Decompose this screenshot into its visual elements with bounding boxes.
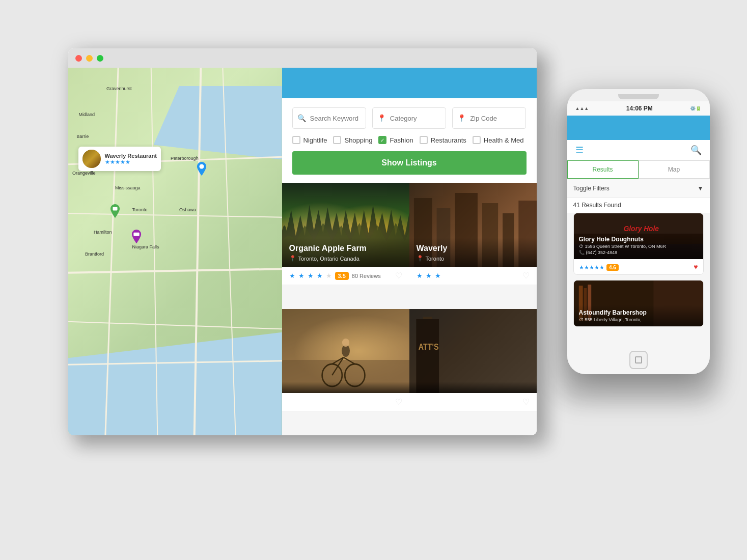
svg-rect-2 [133, 233, 139, 236]
phone-nav: ☰ 🔍 [567, 140, 710, 160]
filter-shopping[interactable]: Shopping [333, 136, 372, 144]
shopping-checkbox[interactable] [333, 136, 341, 144]
listing-card-2[interactable]: Waverly 📍 Toronto ★ ★ ★ [409, 183, 537, 309]
location-pin-icon: 📍 [289, 255, 296, 262]
tooltip-info: Waverly Restaurant ★★★★★ [105, 153, 157, 165]
star-3: ★ [308, 272, 314, 279]
filter-nightlife[interactable]: Nightlife [292, 136, 327, 144]
listing-card-3[interactable]: ♡ [282, 309, 409, 435]
review-count-1: 80 Reviews [352, 273, 381, 279]
tab-map[interactable]: Map [639, 160, 710, 179]
search-row: 🔍 📍 📍 [292, 107, 527, 129]
listing-overlay-2: Waverly 📍 Toronto [409, 238, 537, 267]
minimize-button[interactable] [86, 55, 93, 62]
show-listings-button[interactable]: Show Listings [292, 151, 527, 175]
phone-card-overlay-2: Astoundify Barbershop ⏱ 555 Liberty Vill… [574, 305, 703, 326]
road-h4 [68, 321, 282, 330]
zip-icon: 📍 [457, 114, 466, 122]
listing-footer-3: ♡ [282, 393, 409, 411]
phone-status-bar: ▲▲▲ 14:06 PM ⚙️🔋 [567, 101, 710, 116]
listing-location-1: 📍 Toronto, Ontario Canada [289, 255, 402, 262]
favorite-icon-4[interactable]: ♡ [522, 397, 530, 407]
favorite-icon-3[interactable]: ♡ [395, 397, 402, 407]
phone-location-icon-1: ⏱ [579, 244, 584, 249]
phone-rating-1: 4.6 [606, 264, 619, 271]
phone-filter-row[interactable]: Toggle Filters ▼ [567, 179, 710, 198]
phone-listing-card-2[interactable]: Astoundify Barbershop ⏱ 555 Liberty Vill… [573, 280, 704, 327]
phone-home-button[interactable] [629, 351, 648, 369]
stars-row-1: ★ ★ ★ ★ ★ 3.5 80 Reviews [289, 272, 381, 280]
listing-title-1: Organic Apple Farm [289, 244, 402, 253]
map-background: Gravenhurst Midland Barrie Orangeville T… [68, 68, 282, 435]
favorite-icon-1[interactable]: ♡ [395, 271, 402, 281]
phone-card-addr-2: ⏱ 555 Liberty Village, Toronto, [579, 317, 698, 322]
filter-health[interactable]: Health & Med [473, 136, 524, 144]
map-marker-green[interactable] [108, 204, 122, 221]
listing-card-1-img-area[interactable]: Organic Apple Farm 📍 Toronto, Ontario Ca… [282, 183, 409, 267]
filter-tags-row: Nightlife Shopping ✓ Fashion Restaur [292, 136, 527, 151]
home-button-square-icon [635, 356, 642, 363]
listing-card-2-img-area[interactable]: Waverly 📍 Toronto [409, 183, 537, 267]
phone-star-1: ★★★★★ [579, 264, 604, 270]
category-field-wrap: 📍 [372, 107, 446, 129]
star-1: ★ [289, 272, 295, 279]
phone-search-icon[interactable]: 🔍 [690, 145, 702, 156]
nightlife-label: Nightlife [303, 136, 327, 144]
star-5: ★ [326, 272, 332, 279]
tooltip-name: Waverly Restaurant [105, 153, 157, 159]
hamburger-icon[interactable]: ☰ [575, 145, 584, 156]
close-button[interactable] [75, 55, 82, 62]
map-tooltip[interactable]: Waverly Restaurant ★★★★★ [78, 147, 161, 171]
city-label-hamilton: Hamilton [94, 230, 112, 235]
phone-notch-area [567, 89, 710, 101]
svg-rect-20 [423, 317, 432, 319]
browser-content: Gravenhurst Midland Barrie Orangeville T… [68, 68, 537, 435]
listing-card-4-img-area[interactable]: ATT'S [409, 309, 537, 393]
phone-location-icon-2: ⏱ [579, 317, 584, 322]
road-h5 [68, 360, 282, 365]
map-area: Gravenhurst Midland Barrie Orangeville T… [68, 68, 282, 435]
svg-rect-1 [113, 207, 117, 211]
phone-favorite-icon-1[interactable]: ♥ [694, 263, 698, 271]
listing-card-1[interactable]: Organic Apple Farm 📍 Toronto, Ontario Ca… [282, 183, 409, 309]
phone-card-overlay-1: Glory Hole Doughnuts ⏱ 1596 Queen Street… [574, 232, 703, 259]
map-marker-blue[interactable] [195, 162, 209, 179]
favorite-icon-2[interactable]: ♡ [522, 271, 530, 281]
fashion-checkbox[interactable]: ✓ [378, 136, 386, 144]
svg-text:ATT'S: ATT'S [418, 342, 438, 351]
phone-listing-card-1[interactable]: Glory Hole Glory Hole Doughnuts ⏱ 1596 Q… [573, 213, 704, 275]
tooltip-stars: ★★★★★ [105, 159, 157, 165]
road-h2 [68, 213, 282, 217]
health-checkbox[interactable] [473, 136, 481, 144]
phone-card-title-1: Glory Hole Doughnuts [579, 236, 698, 243]
listing-overlay-1: Organic Apple Farm 📍 Toronto, Ontario Ca… [282, 238, 409, 267]
listing-overlay-3 [282, 382, 409, 393]
phone-card-footer-1: ★★★★★ 4.6 ♥ [574, 259, 703, 274]
city-label-mississauga: Mississauga [115, 185, 141, 190]
health-label: Health & Med [484, 136, 524, 144]
listing-card-4[interactable]: ATT'S ♡ [409, 309, 537, 435]
listing-card-3-img-area[interactable] [282, 309, 409, 393]
listing-overlay-4 [409, 382, 537, 393]
star-2-3: ★ [435, 272, 441, 279]
filter-fashion[interactable]: ✓ Fashion [378, 136, 413, 144]
search-icon: 🔍 [297, 114, 306, 122]
maximize-button[interactable] [97, 55, 103, 62]
phone-tabs: Results Map [567, 160, 710, 179]
phone-card-addr-1: ⏱ 1596 Queen Street W Toronto, ON M6R [579, 244, 698, 249]
restaurants-label: Restaurants [431, 136, 466, 144]
road-v4 [222, 68, 236, 435]
nightlife-checkbox[interactable] [292, 136, 300, 144]
browser-window: Gravenhurst Midland Barrie Orangeville T… [68, 48, 537, 435]
phone-card-phone-1: 📞 (647) 352-4848 [579, 250, 698, 255]
svg-point-17 [342, 339, 349, 347]
filter-restaurants[interactable]: Restaurants [420, 136, 466, 144]
city-label-oshawa: Oshawa [179, 207, 196, 212]
phone-stars-row-1: ★★★★★ 4.6 [579, 262, 619, 271]
restaurants-checkbox[interactable] [420, 136, 428, 144]
tab-results[interactable]: Results [567, 160, 639, 179]
phone-results-count: 41 Results Found [567, 198, 710, 213]
star-2: ★ [298, 272, 305, 279]
map-marker-purple[interactable] [129, 230, 144, 247]
location-pin-icon-2: 📍 [417, 255, 424, 262]
